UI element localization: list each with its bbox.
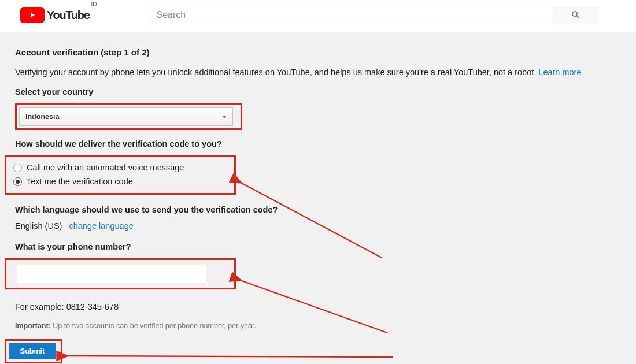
description-text: Verifying your account by phone lets you…: [15, 68, 538, 77]
annotation-box-phone: [5, 258, 236, 289]
page-description: Verifying your account by phone lets you…: [15, 68, 636, 77]
radio-call-label: Call me with an automated voice message: [27, 163, 184, 172]
phone-label: What is your phone number?: [15, 242, 636, 251]
youtube-play-icon: [20, 7, 45, 23]
important-prefix: Important:: [15, 322, 51, 330]
annotation-box-radios: Call me with an automated voice message …: [5, 155, 236, 195]
radio-icon: [13, 164, 22, 172]
search-icon: [571, 10, 581, 20]
language-line: English (US) change language: [15, 221, 636, 231]
learn-more-link[interactable]: Learn more: [538, 68, 581, 77]
youtube-logo[interactable]: YouTube: [20, 7, 89, 23]
app-header: YouTube ID: [0, 0, 636, 32]
annotation-box-country: Indonesia: [15, 103, 242, 130]
radio-text-option[interactable]: Text me the verification code: [9, 174, 232, 188]
radio-call-option[interactable]: Call me with an automated voice message: [9, 161, 232, 174]
important-text: Up to two accounts can be verified per p…: [51, 322, 256, 330]
country-label: Select your country: [15, 87, 636, 96]
country-selected-value: Indonesia: [25, 113, 59, 121]
search-bar: [149, 6, 598, 24]
radio-text-label: Text me the verification code: [27, 177, 133, 186]
svg-line-3: [68, 356, 393, 357]
chevron-down-icon: [222, 116, 227, 118]
language-current: English (US): [15, 221, 62, 231]
language-label: Which language should we use to send you…: [15, 205, 636, 214]
logo-wrap: YouTube ID: [20, 7, 97, 23]
search-button[interactable]: [553, 6, 598, 24]
main-content: Account verification (step 1 of 2) Verif…: [0, 32, 636, 364]
change-language-link[interactable]: change language: [69, 221, 133, 231]
annotation-arrows: [0, 32, 636, 364]
country-select[interactable]: Indonesia: [19, 107, 233, 126]
annotation-box-submit: Submit: [5, 339, 62, 363]
delivery-label: How should we deliver the verification c…: [15, 139, 636, 148]
radio-icon-selected: [13, 177, 22, 186]
phone-input[interactable]: [17, 265, 206, 283]
page-title: Account verification (step 1 of 2): [15, 47, 636, 57]
brand-name: YouTube: [47, 9, 89, 22]
important-note: Important: Up to two accounts can be ver…: [15, 322, 636, 330]
phone-example: For example: 0812-345-678: [15, 302, 636, 311]
submit-button[interactable]: Submit: [9, 343, 56, 359]
region-code: ID: [91, 1, 97, 8]
search-input[interactable]: [149, 6, 553, 24]
